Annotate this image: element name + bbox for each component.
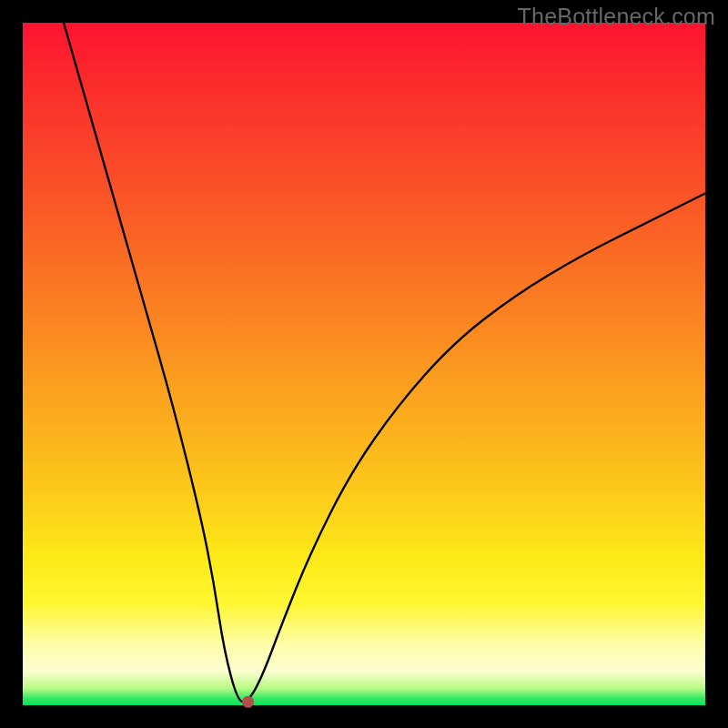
- plot-area: [23, 23, 705, 705]
- watermark-text: TheBottleneck.com: [518, 4, 715, 30]
- chart-svg: [23, 23, 705, 705]
- optimum-marker: [242, 696, 254, 708]
- bottleneck-curve: [64, 23, 705, 702]
- chart-frame: TheBottleneck.com: [0, 0, 728, 728]
